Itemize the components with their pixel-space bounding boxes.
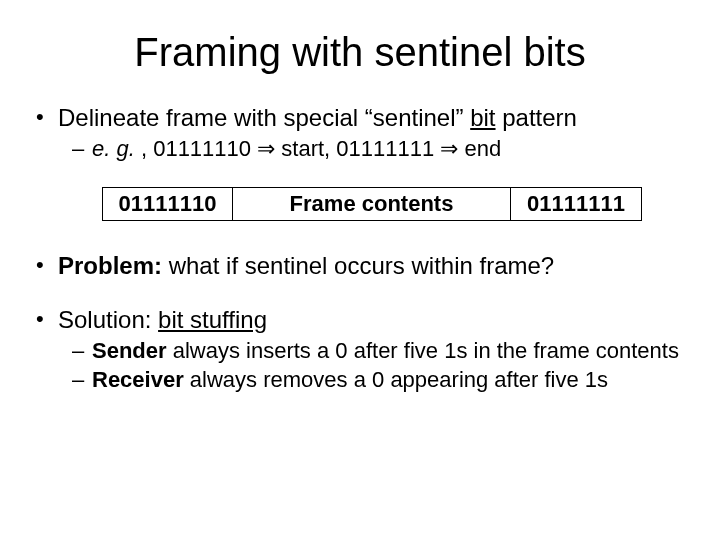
double-arrow-icon: ⇒ (251, 136, 281, 161)
frame-start-cell: 01111110 (103, 188, 233, 220)
frame-diagram: 01111110 Frame contents 01111111 (102, 187, 642, 221)
double-arrow-icon: ⇒ (434, 136, 464, 161)
receiver-label: Receiver (92, 367, 184, 392)
bullet-solution: Solution: bit stuffing Sender always ins… (30, 305, 690, 394)
problem-label: Problem: (58, 252, 162, 279)
bullet-list-2: Problem: what if sentinel occurs within … (30, 251, 690, 394)
end-bits: 01111111 (336, 136, 434, 161)
problem-text: what if sentinel occurs within frame? (162, 252, 554, 279)
solution-term-underline: bit stuffing (158, 306, 267, 333)
receiver-text: always removes a 0 appearing after five … (184, 367, 608, 392)
slide: Framing with sentinel bits Delineate fra… (0, 0, 720, 540)
text: Delineate frame with special “sentinel” (58, 104, 470, 131)
spacer (30, 287, 690, 305)
bullet-problem: Problem: what if sentinel occurs within … (30, 251, 690, 281)
start-label: start, (281, 136, 336, 161)
bullet-list: Delineate frame with special “sentinel” … (30, 103, 690, 163)
sender-label: Sender (92, 338, 167, 363)
sender-text: always inserts a 0 after five 1s in the … (167, 338, 679, 363)
slide-title: Framing with sentinel bits (30, 30, 690, 75)
text: , (141, 136, 153, 161)
bullet-delineate: Delineate frame with special “sentinel” … (30, 103, 690, 163)
sub-receiver: Receiver always removes a 0 appearing af… (58, 366, 690, 394)
text: pattern (496, 104, 577, 131)
start-bits: 01111110 (153, 136, 251, 161)
frame-end-cell: 01111111 (511, 188, 641, 220)
eg-label: e. g. (92, 136, 141, 161)
sub-sender: Sender always inserts a 0 after five 1s … (58, 337, 690, 365)
sub-list-solution: Sender always inserts a 0 after five 1s … (58, 337, 690, 394)
frame-contents-cell: Frame contents (233, 188, 511, 220)
sub-example: e. g. , 01111110 ⇒ start, 01111111 ⇒ end (58, 135, 690, 163)
solution-pre: Solution: (58, 306, 158, 333)
sub-list: e. g. , 01111110 ⇒ start, 01111111 ⇒ end (58, 135, 690, 163)
text-bit-underline: bit (470, 104, 495, 131)
end-label: end (464, 136, 501, 161)
